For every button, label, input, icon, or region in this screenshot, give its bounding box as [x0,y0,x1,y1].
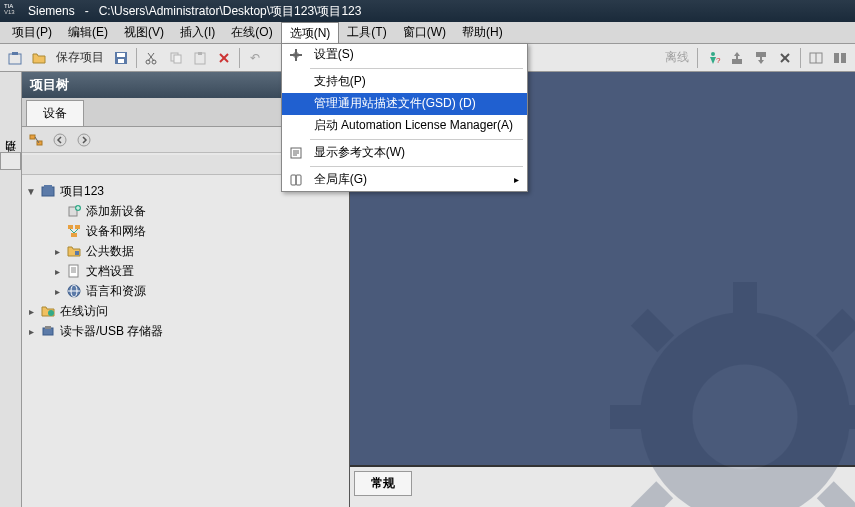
svg-rect-67 [610,405,648,429]
card-reader-icon [40,323,56,339]
cut-button[interactable] [141,47,163,69]
dd-reference-text[interactable]: 显示参考文本(W) [282,142,527,164]
toolbar-separator [239,48,240,68]
menu-help[interactable]: 帮助(H) [454,22,511,43]
undo-button[interactable]: ↶ [244,47,266,69]
tree-label: 项目123 [60,183,104,200]
tree-label: 文档设置 [86,263,134,280]
project-tree[interactable]: ▼ 项目123 添加新设备 设备和网络 ▸ 公共数据 ▸ [22,153,349,507]
download-button[interactable] [750,47,772,69]
online-icon [40,303,56,319]
menu-bar: 项目(P) 编辑(E) 视图(V) 插入(I) 在线(O) 选项(N) 设置(S… [0,22,855,44]
menu-window[interactable]: 窗口(W) [395,22,454,43]
expand-icon[interactable]: ▸ [52,286,62,297]
project-icon [40,183,56,199]
upload-button[interactable] [726,47,748,69]
tree-node-online-access[interactable]: ▸ 在线访问 [22,301,349,321]
tree-node-languages[interactable]: ▸ 语言和资源 [22,281,349,301]
svg-rect-17 [174,55,181,63]
split-button[interactable] [805,47,827,69]
expand-icon[interactable]: ▸ [26,306,36,317]
expand-icon[interactable]: ▼ [26,186,36,197]
menu-view[interactable]: 视图(V) [116,22,172,43]
tree-node-doc-settings[interactable]: ▸ 文档设置 [22,261,349,281]
tree-node-add-device[interactable]: 添加新设备 [22,201,349,221]
expand-icon[interactable]: ▸ [26,326,36,337]
dd-separator [310,139,523,140]
add-device-icon [66,203,82,219]
delete-button[interactable] [213,47,235,69]
dd-global-lib[interactable]: 全局库(G) ▸ [282,169,527,191]
options-dropdown: 设置(S) 支持包(P) 管理通用站描述文件(GSD) (D) 启动 Autom… [281,43,528,192]
tree-node-common-data[interactable]: ▸ 公共数据 [22,241,349,261]
nav-back-button[interactable] [50,130,70,150]
svg-rect-32 [30,135,35,139]
dd-label: 管理通用站描述文件(GSD) (D) [314,95,476,112]
dd-settings[interactable]: 设置(S) [282,44,527,66]
dd-label: 全局库(G) [314,171,367,188]
svg-rect-53 [69,265,78,277]
title-sep: - [85,4,89,18]
svg-rect-41 [42,187,54,196]
tree-node-card-reader[interactable]: ▸ 读卡器/USB 存储器 [22,321,349,341]
svg-rect-7 [9,54,21,64]
offline-label: 离线 [661,49,693,66]
dd-manage-gsd[interactable]: 管理通用站描述文件(GSD) (D) [282,93,527,115]
paste-button[interactable] [189,47,211,69]
svg-line-51 [74,229,78,233]
save-button[interactable] [110,47,132,69]
tree-label: 公共数据 [86,243,134,260]
tree-label: 语言和资源 [86,283,146,300]
tab-devices[interactable]: 设备 [26,100,84,126]
svg-rect-25 [756,52,766,57]
svg-rect-68 [843,405,856,429]
dd-separator [310,68,523,69]
side-tab-start[interactable]: 启动 [0,152,21,170]
open-project-button[interactable] [28,47,50,69]
tab-general[interactable]: 常规 [354,471,412,496]
svg-point-35 [54,134,66,146]
svg-rect-47 [68,225,73,229]
expand-icon[interactable]: ▸ [52,266,62,277]
expand-icon[interactable]: ▸ [52,246,62,257]
menu-tools[interactable]: 工具(T) [339,22,394,43]
menu-online[interactable]: 在线(O) [223,22,280,43]
svg-rect-24 [732,59,742,64]
close-view-button[interactable] [774,47,796,69]
svg-rect-42 [44,185,52,188]
folder-icon [66,243,82,259]
network-icon [66,223,82,239]
layout-button[interactable] [829,47,851,69]
svg-rect-61 [43,328,53,335]
menu-options[interactable]: 选项(N) 设置(S) 支持包(P) 管理通用站描述文件(GSD) (D) 启动… [281,22,340,44]
svg-point-36 [78,134,90,146]
accessibility-button[interactable]: ? [702,47,724,69]
svg-rect-65 [733,282,757,320]
svg-line-50 [70,229,74,233]
dd-label: 设置(S) [314,46,354,63]
svg-point-60 [48,310,54,316]
globe-icon [66,283,82,299]
project-path: C:\Users\Administrator\Desktop\项目123\项目1… [99,3,362,20]
svg-rect-31 [841,53,846,63]
menu-edit[interactable]: 编辑(E) [60,22,116,43]
dd-support-pack[interactable]: 支持包(P) [282,71,527,93]
svg-rect-62 [45,326,51,329]
dd-license-manager[interactable]: 启动 Automation License Manager(A) [282,115,527,137]
menu-project[interactable]: 项目(P) [4,22,60,43]
svg-text:?: ? [716,56,721,65]
nav-fwd-button[interactable] [74,130,94,150]
save-label: 保存项目 [52,49,108,66]
blank-icon [288,96,304,112]
network-view-button[interactable] [26,130,46,150]
new-project-button[interactable] [4,47,26,69]
svg-rect-1 [290,54,302,56]
svg-rect-49 [71,233,77,237]
dd-label: 启动 Automation License Manager(A) [314,117,513,134]
svg-rect-19 [198,52,202,55]
doc-icon [66,263,82,279]
copy-button[interactable] [165,47,187,69]
tree-node-devices-networks[interactable]: 设备和网络 [22,221,349,241]
menu-insert[interactable]: 插入(I) [172,22,223,43]
svg-rect-52 [75,251,79,255]
